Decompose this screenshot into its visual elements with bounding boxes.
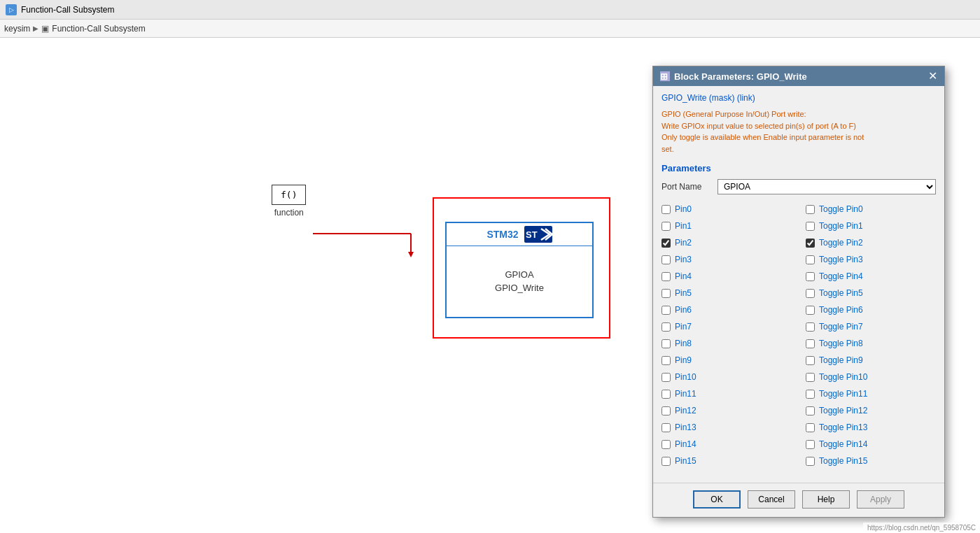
cancel-button[interactable]: Cancel — [748, 490, 795, 509]
pin-checkbox-14[interactable] — [662, 440, 671, 449]
toggle-pin-row-12: Toggle Pin12 — [806, 403, 936, 418]
toggle-pin-checkbox-14[interactable] — [806, 440, 815, 449]
toggle-pin-checkbox-11[interactable] — [806, 390, 815, 399]
pin-row-2: Pin2 — [662, 235, 792, 250]
breadcrumb-bar: keysim ▶ ▣ Function-Call Subsystem — [0, 20, 980, 38]
pin-row-14: Pin14 — [662, 436, 792, 452]
toggle-pin-row-1: Toggle Pin1 — [806, 218, 936, 234]
canvas-area: f() function STM32 ST GPIOA GPIO_Write — [0, 38, 980, 533]
svg-text:ST: ST — [526, 229, 538, 240]
pin-label-7: Pin7 — [675, 322, 692, 332]
dialog-title-left: ⊞ Block Parameters: GPIO_Write — [660, 71, 807, 82]
toggle-pin-label-0: Toggle Pin0 — [819, 204, 863, 214]
stm32-block[interactable]: STM32 ST GPIOA GPIO_Write — [445, 222, 594, 318]
pin-row-15: Pin15 — [662, 453, 792, 469]
pin-label-12: Pin12 — [675, 406, 696, 415]
toggle-pin-checkbox-1[interactable] — [806, 222, 815, 231]
pin-checkbox-4[interactable] — [662, 272, 671, 281]
toggle-pin-label-2: Toggle Pin2 — [819, 238, 863, 248]
toggle-pin-row-5: Toggle Pin5 — [806, 285, 936, 301]
stm32-gpio-write-label: GPIO_Write — [495, 283, 544, 293]
toggle-pin-row-3: Toggle Pin3 — [806, 252, 936, 267]
dialog-body: GPIO_Write (mask) (link) GPIO (General P… — [653, 86, 944, 483]
toggle-pin-label-8: Toggle Pin8 — [819, 339, 863, 348]
block-parameters-dialog: ⊞ Block Parameters: GPIO_Write ✕ GPIO_Wr… — [652, 66, 945, 518]
dialog-title-text: Block Parameters: GPIO_Write — [674, 71, 807, 82]
toggle-pin-checkbox-15[interactable] — [806, 457, 815, 466]
toggle-pin-checkbox-9[interactable] — [806, 356, 815, 365]
pin-checkbox-6[interactable] — [662, 306, 671, 315]
pin-checkbox-8[interactable] — [662, 339, 671, 348]
pin-checkbox-5[interactable] — [662, 289, 671, 298]
toggle-pin-label-4: Toggle Pin4 — [819, 271, 863, 281]
toggle-pin-label-1: Toggle Pin1 — [819, 221, 863, 231]
toggle-pin-checkbox-2[interactable] — [806, 239, 815, 248]
dialog-footer: OK Cancel Help Apply — [653, 483, 944, 517]
toggle-pin-checkbox-6[interactable] — [806, 306, 815, 315]
port-name-select[interactable]: GPIOA GPIOB GPIOC GPIOD GPIOE GPIOF — [718, 179, 936, 194]
toggle-pin-row-2: Toggle Pin2 — [806, 235, 936, 250]
pin-checkbox-10[interactable] — [662, 373, 671, 382]
pin-checkbox-0[interactable] — [662, 205, 671, 214]
toggle-pin-row-14: Toggle Pin14 — [806, 436, 936, 452]
apply-button[interactable]: Apply — [857, 490, 904, 509]
pin-checkbox-15[interactable] — [662, 457, 671, 466]
toggle-pin-row-7: Toggle Pin7 — [806, 319, 936, 334]
pin-label-1: Pin1 — [675, 221, 692, 231]
pin-checkbox-12[interactable] — [662, 406, 671, 415]
connection-arrow — [313, 220, 446, 262]
pins-grid: Pin0Toggle Pin0Pin1Toggle Pin1Pin2Toggle… — [662, 201, 936, 469]
title-text: Function-Call Subsystem — [21, 5, 114, 15]
dialog-subtitle: GPIO_Write (mask) (link) — [662, 93, 936, 103]
pin-checkbox-2[interactable] — [662, 239, 671, 248]
pin-checkbox-7[interactable] — [662, 322, 671, 332]
toggle-pin-checkbox-7[interactable] — [806, 322, 815, 332]
pin-label-15: Pin15 — [675, 456, 696, 466]
pin-checkbox-9[interactable] — [662, 356, 671, 365]
toggle-pin-row-0: Toggle Pin0 — [806, 201, 936, 217]
pin-row-0: Pin0 — [662, 201, 792, 217]
pin-label-14: Pin14 — [675, 439, 696, 449]
pin-row-11: Pin11 — [662, 386, 792, 401]
toggle-pin-label-5: Toggle Pin5 — [819, 288, 863, 298]
function-block[interactable]: f() function — [272, 185, 306, 218]
dialog-title-bar: ⊞ Block Parameters: GPIO_Write ✕ — [653, 66, 944, 86]
toggle-pin-checkbox-5[interactable] — [806, 289, 815, 298]
toggle-pin-label-11: Toggle Pin11 — [819, 389, 867, 399]
dialog-close-button[interactable]: ✕ — [928, 71, 937, 82]
toggle-pin-label-15: Toggle Pin15 — [819, 456, 867, 466]
pin-label-4: Pin4 — [675, 271, 692, 281]
toggle-pin-checkbox-0[interactable] — [806, 205, 815, 214]
st-logo-icon: ST — [524, 226, 552, 243]
pin-checkbox-1[interactable] — [662, 222, 671, 231]
help-button[interactable]: Help — [802, 490, 850, 509]
toggle-pin-label-10: Toggle Pin10 — [819, 372, 867, 382]
toggle-pin-row-8: Toggle Pin8 — [806, 336, 936, 351]
toggle-pin-row-10: Toggle Pin10 — [806, 369, 936, 385]
toggle-pin-checkbox-3[interactable] — [806, 255, 815, 264]
breadcrumb-child: Function-Call Subsystem — [52, 24, 145, 34]
toggle-pin-checkbox-4[interactable] — [806, 272, 815, 281]
toggle-pin-checkbox-12[interactable] — [806, 406, 815, 415]
function-box-label: f() — [281, 190, 297, 200]
toggle-pin-row-11: Toggle Pin11 — [806, 386, 936, 401]
breadcrumb-icon: ▣ — [41, 24, 49, 34]
title-icon: ▷ — [6, 4, 17, 15]
toggle-pin-checkbox-13[interactable] — [806, 423, 815, 432]
function-box: f() — [272, 185, 306, 205]
toggle-pin-checkbox-8[interactable] — [806, 339, 815, 348]
stm32-header: STM32 ST — [447, 223, 592, 246]
ok-button[interactable]: OK — [693, 490, 741, 509]
function-label: function — [274, 208, 304, 218]
toggle-pin-checkbox-10[interactable] — [806, 373, 815, 382]
dialog-description: GPIO (General Purpose In/Out) Port write… — [662, 108, 936, 155]
stm32-gpioa-label: GPIOA — [505, 269, 533, 280]
pin-checkbox-13[interactable] — [662, 423, 671, 432]
pin-checkbox-3[interactable] — [662, 255, 671, 264]
pin-checkbox-11[interactable] — [662, 390, 671, 399]
dialog-title-icon: ⊞ — [660, 71, 670, 81]
pin-row-9: Pin9 — [662, 353, 792, 368]
pin-label-10: Pin10 — [675, 372, 696, 382]
pin-label-3: Pin3 — [675, 255, 692, 264]
toggle-pin-label-14: Toggle Pin14 — [819, 439, 867, 449]
